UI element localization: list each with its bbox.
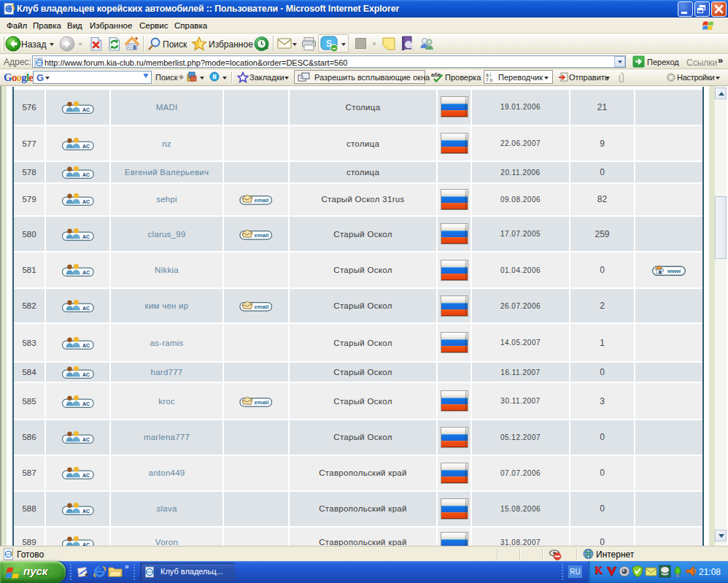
svg-text:a і: a і <box>486 72 491 77</box>
svg-text:7 о: 7 о <box>486 77 492 82</box>
